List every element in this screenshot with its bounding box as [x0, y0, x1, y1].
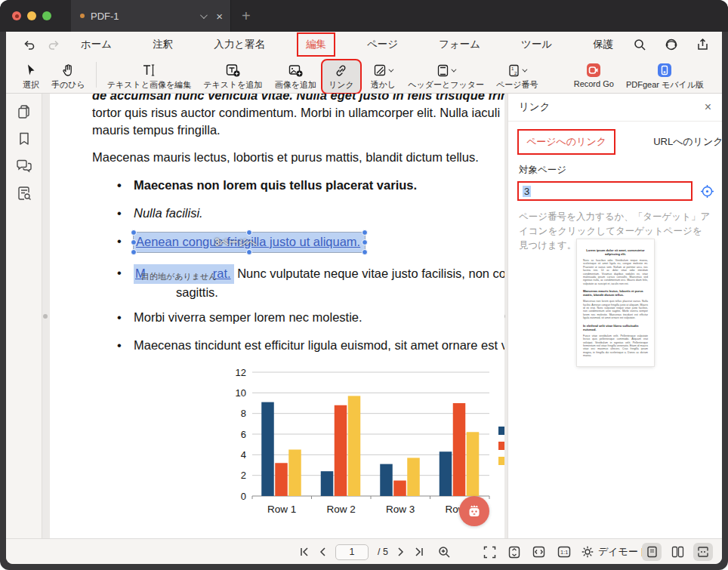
zoom-icon[interactable]: [438, 546, 451, 559]
fit-width-icon[interactable]: [532, 546, 545, 558]
menu-form[interactable]: フォーム: [431, 34, 488, 55]
target-page-thumbnail[interactable]: Lorem ipsum dolor sit amet, consectetur …: [577, 239, 654, 366]
tab-link-to-url[interactable]: URLへのリンク: [646, 131, 722, 153]
support-icon[interactable]: [665, 38, 678, 51]
link2-annotation[interactable]: Mauris id ex erat.目的地がありません: [134, 264, 234, 284]
left-sidebar: [6, 94, 42, 538]
record-go-button[interactable]: Record Go: [568, 60, 620, 91]
thumb-paragraph: Nunc ac faucibus odio. Vestibulum neque …: [583, 259, 648, 285]
zoom-window-button[interactable]: [42, 11, 51, 20]
unsaved-dot-icon: [80, 14, 85, 18]
resize-handle-w[interactable]: [131, 239, 137, 245]
undo-icon[interactable]: [23, 39, 35, 51]
panel-close-icon[interactable]: ×: [705, 100, 711, 114]
bullet-item-bold: • Maecenas non lorem quis tellus placera…: [92, 177, 504, 194]
resize-handle-s[interactable]: [246, 249, 252, 255]
legend-entry: Column 1: [498, 425, 504, 436]
search-document-icon[interactable]: [17, 186, 32, 201]
share-icon[interactable]: [696, 38, 709, 51]
thumb-heading: Lorem ipsum dolor sit amet, consectetur …: [583, 248, 648, 256]
bullet-item-link-selected: • Aenean congue fringilla justo ut aliqu…: [92, 233, 504, 252]
next-page-icon[interactable]: [397, 547, 405, 556]
comments-icon[interactable]: [16, 159, 32, 174]
tab-close-icon[interactable]: ×: [216, 11, 223, 22]
menu-fill-sign[interactable]: 入力と署名: [206, 34, 273, 55]
search-icon[interactable]: [634, 39, 646, 51]
scroll-view-button[interactable]: [693, 543, 713, 561]
redo-icon[interactable]: [48, 39, 60, 51]
fit-screen-icon[interactable]: [483, 546, 496, 559]
day-mode-label: デイモード: [598, 545, 648, 559]
page-number-input[interactable]: 1: [335, 544, 369, 560]
resize-handle-ne[interactable]: [362, 230, 368, 236]
menu-home[interactable]: ホーム: [73, 34, 119, 55]
fit-height-icon[interactable]: [508, 546, 520, 559]
minimize-window-button[interactable]: [27, 11, 36, 20]
edit-text-image-button[interactable]: テキストと画像を編集: [101, 60, 198, 93]
ai-assistant-button[interactable]: [459, 496, 489, 526]
tab-chevron-down-icon[interactable]: [200, 11, 208, 19]
robot-icon: [465, 502, 483, 520]
sidebar-resize-handle[interactable]: [43, 314, 48, 319]
actual-size-icon[interactable]: 1:1: [557, 546, 571, 558]
hand-tool-button[interactable]: 手のひら: [45, 60, 91, 93]
toolbar-divider: [96, 62, 97, 88]
link-panel: リンク × ページへのリンク URLへのリンク 対象ページ 3: [507, 94, 722, 538]
panel-title: リンク: [519, 100, 550, 114]
resize-handle-nw[interactable]: [131, 230, 137, 236]
add-image-button[interactable]: 画像を追加: [269, 60, 322, 93]
resize-handle-se[interactable]: [362, 249, 368, 255]
page-number-button[interactable]: 12 ページ番号: [490, 60, 544, 93]
mobile-app-icon: [657, 63, 672, 78]
doc-clipped-line: de accumsan nunc vehicula vitae. Nulla e…: [92, 94, 504, 104]
menu-bar: ホーム 注釈 入力と署名 編集 ページ フォーム ツール 保護: [6, 32, 722, 57]
header-footer-icon: [437, 64, 449, 77]
first-page-icon[interactable]: [299, 547, 310, 556]
menu-protect[interactable]: 保護: [585, 34, 621, 55]
pdfgear-mobile-button[interactable]: PDFgear モバイル版: [620, 60, 710, 93]
previous-page-icon[interactable]: [319, 547, 326, 556]
svg-text:2: 2: [514, 70, 517, 75]
window-body: ホーム 注釈 入力と署名 編集 ページ フォーム ツール 保護 選択: [6, 32, 722, 564]
single-page-view-button[interactable]: [642, 543, 662, 561]
selected-link-annotation[interactable]: Aenean congue fringilla justo ut aliquam…: [134, 233, 365, 252]
tab-link-to-page[interactable]: ページへのリンク: [519, 131, 614, 153]
svg-text:Row 3: Row 3: [386, 504, 415, 515]
menu-annotate[interactable]: 注釈: [145, 34, 180, 55]
target-page-input[interactable]: 3: [517, 181, 693, 201]
page-thumbnails-icon[interactable]: [17, 104, 32, 119]
traffic-lights: [12, 11, 51, 20]
single-page-view-icon: [646, 546, 658, 558]
add-text-button[interactable]: テキストを追加: [197, 60, 268, 93]
bookmarks-icon[interactable]: [17, 131, 31, 146]
watermark-button[interactable]: 透かし: [365, 60, 403, 93]
add-text-icon: [226, 63, 240, 78]
close-window-button[interactable]: [12, 11, 21, 20]
thumb-paragraph: Maecenas non lorem quis tellus placerat …: [583, 300, 648, 319]
pdf-page[interactable]: de accumsan nunc vehicula vitae. Nulla e…: [50, 94, 504, 538]
link-tool-button[interactable]: リンク: [322, 60, 360, 93]
two-page-view-icon: [671, 546, 684, 558]
bullet-item: • Maecenas tincidunt est efficitur ligul…: [92, 337, 504, 354]
resize-handle-e[interactable]: [362, 239, 368, 245]
bullet-continuation: sagittis.: [92, 284, 504, 301]
bullet-item: • Morbi viverra semper lorem nec molesti…: [92, 309, 504, 326]
target-picker-icon[interactable]: [700, 184, 714, 199]
page-total-label: / 5: [378, 547, 388, 557]
edit-text-icon: [142, 63, 157, 78]
record-go-icon: [586, 63, 601, 78]
watermark-icon: [374, 64, 386, 76]
new-tab-button[interactable]: +: [242, 8, 251, 25]
header-footer-button[interactable]: ヘッダーとフッター: [402, 60, 490, 93]
svg-text:1:1: 1:1: [560, 549, 568, 556]
menu-edit[interactable]: 編集: [298, 34, 334, 55]
two-page-view-button[interactable]: [668, 543, 687, 561]
menu-page[interactable]: ページ: [359, 34, 406, 55]
menu-tools[interactable]: ツール: [514, 34, 560, 55]
legend-swatch: [498, 457, 504, 465]
select-tool-button[interactable]: 選択: [17, 60, 45, 93]
document-tab[interactable]: PDF-1 ×: [71, 0, 231, 32]
chart-svg: 024681012Row 1Row 2Row 3Row 4: [225, 366, 493, 529]
last-page-icon[interactable]: [414, 547, 424, 556]
resize-handle-sw[interactable]: [131, 249, 137, 255]
